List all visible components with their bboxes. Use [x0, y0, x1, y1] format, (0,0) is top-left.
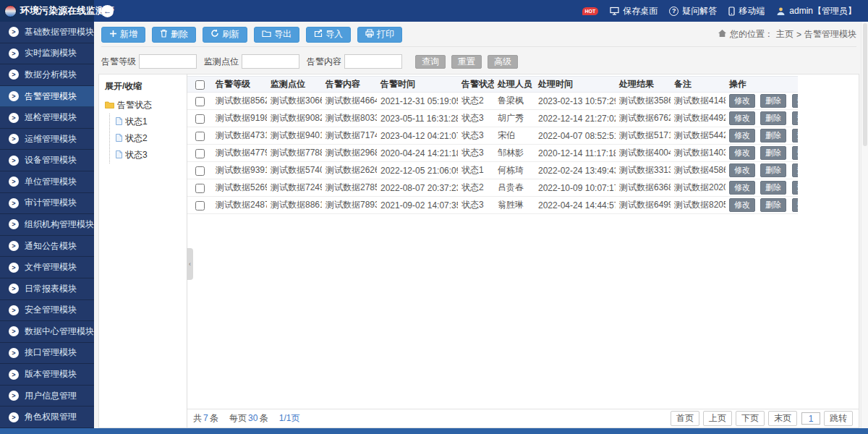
row-checkbox[interactable]	[195, 166, 205, 176]
sidebar-item[interactable]: > 运维管理模块	[0, 129, 94, 150]
arrow-circle-icon: >	[9, 91, 19, 101]
cell-handle-result: 测试数据3586	[616, 93, 671, 110]
row-view-button[interactable]: 查看	[792, 146, 798, 160]
row-delete-button[interactable]: 删除	[760, 94, 786, 108]
row-view-button[interactable]: 查看	[792, 163, 798, 177]
reset-button[interactable]: 重置	[451, 55, 482, 69]
import-button[interactable]: 导入	[306, 27, 351, 43]
row-delete-button[interactable]: 删除	[760, 146, 786, 160]
page-jump-button[interactable]: 跳转	[824, 411, 853, 426]
tree-status-node[interactable]: 状态1	[110, 114, 184, 130]
row-view-button[interactable]: 查看	[792, 198, 798, 212]
sidebar-item[interactable]: > 安全管理模块	[0, 300, 94, 322]
sidebar-item[interactable]: > 基础数据管理模块	[0, 22, 94, 43]
delete-button[interactable]: 删除	[152, 27, 196, 43]
query-button[interactable]: 查询	[415, 55, 446, 69]
sidebar-item[interactable]: > 日常报表模块	[0, 278, 94, 300]
sidebar-item[interactable]: > 接口管理模块	[0, 343, 94, 365]
prev-page-button[interactable]: 上页	[703, 411, 732, 426]
sidebar-item[interactable]: > 巡检管理模块	[0, 107, 94, 129]
column-header: 告警时间	[377, 77, 458, 93]
row-checkbox[interactable]	[195, 184, 205, 193]
print-button[interactable]: 打印	[357, 27, 402, 43]
sidebar-item-label: 巡检管理模块	[25, 111, 77, 124]
sidebar-item[interactable]: > 角色权限管理	[0, 407, 94, 428]
tree-collapse-handle[interactable]: ‹	[187, 248, 193, 280]
import-icon	[314, 29, 323, 40]
first-page-button[interactable]: 首页	[671, 411, 699, 426]
row-edit-button[interactable]: 修改	[729, 111, 755, 125]
select-all-checkbox[interactable]	[195, 80, 205, 90]
tree-expand-collapse-toggle[interactable]: 展开/收缩	[102, 79, 184, 97]
row-delete-button[interactable]: 删除	[760, 163, 786, 177]
tree-status-node[interactable]: 状态2	[110, 130, 184, 147]
alarm-level-input[interactable]	[139, 54, 197, 69]
add-button[interactable]: 新增	[101, 27, 145, 43]
sidebar-item[interactable]: > 数据分析模块	[0, 64, 94, 86]
sidebar-item[interactable]: > 数据中心管理模块	[0, 321, 94, 343]
sidebar-item[interactable]: > 实时监测模块	[0, 43, 94, 65]
row-view-button[interactable]: 查看	[792, 111, 798, 125]
arrow-circle-icon: >	[9, 27, 19, 37]
row-edit-button[interactable]: 修改	[729, 94, 755, 108]
export-button[interactable]: 导出	[254, 27, 299, 43]
advanced-button[interactable]: 高级	[488, 55, 518, 69]
row-checkbox[interactable]	[195, 132, 205, 141]
alarm-level-label: 告警等级	[101, 56, 136, 68]
row-edit-button[interactable]: 修改	[729, 146, 755, 160]
row-checkbox[interactable]	[195, 149, 205, 158]
row-edit-button[interactable]: 修改	[729, 163, 755, 177]
sidebar-item[interactable]: > 告警管理模块	[0, 86, 94, 108]
row-view-button[interactable]: 查看	[792, 129, 798, 142]
row-delete-button[interactable]: 删除	[760, 129, 786, 142]
save-desktop-button[interactable]: 保存桌面	[610, 5, 658, 17]
cell-alarm-status: 状态3	[458, 145, 494, 162]
scrollbar-thumb[interactable]	[863, 23, 867, 146]
cell-alarm-level: 测试数据2487	[212, 197, 267, 214]
next-page-button[interactable]: 下页	[736, 411, 765, 426]
tree-root-node[interactable]: 告警状态	[102, 97, 184, 114]
monitor-point-label: 监测点位	[204, 56, 239, 68]
user-label: admin【管理员】	[789, 5, 856, 17]
phone-icon	[728, 7, 735, 16]
save-desktop-label: 保存桌面	[623, 5, 658, 17]
sidebar-item[interactable]: > 组织机构管理模块	[0, 214, 94, 236]
cell-remark: 测试数据1403	[671, 145, 726, 162]
back-icon[interactable]: ←	[101, 5, 114, 17]
monitor-point-input[interactable]	[242, 54, 299, 69]
tree-status-node[interactable]: 状态3	[110, 147, 184, 163]
row-delete-button[interactable]: 删除	[760, 111, 786, 125]
refresh-button[interactable]: 刷新	[203, 27, 247, 43]
sidebar-item[interactable]: > 设备管理模块	[0, 150, 94, 171]
last-page-button[interactable]: 末页	[768, 411, 797, 426]
row-checkbox[interactable]	[195, 114, 205, 124]
row-view-button[interactable]: 查看	[792, 94, 798, 108]
row-checkbox[interactable]	[195, 97, 205, 106]
sidebar-item[interactable]: > 文件管理模块	[0, 257, 94, 278]
row-edit-button[interactable]: 修改	[729, 198, 755, 212]
row-edit-button[interactable]: 修改	[729, 129, 755, 142]
breadcrumb-home[interactable]: 主页	[776, 28, 793, 41]
alarm-content-input[interactable]	[344, 54, 402, 69]
sidebar-item[interactable]: > 单位管理模块	[0, 171, 94, 193]
sidebar-item[interactable]: > 通知公告模块	[0, 236, 94, 258]
user-menu[interactable]: admin【管理员】	[776, 5, 856, 17]
sidebar-item[interactable]: > 版本管理模块	[0, 364, 94, 386]
row-delete-button[interactable]: 删除	[760, 198, 786, 212]
mobile-button[interactable]: 移动端	[728, 5, 765, 17]
qa-button[interactable]: ? 疑问解答	[669, 5, 717, 17]
file-icon	[116, 134, 122, 144]
cell-alarm-time: 2022-12-05 21:06:09	[377, 162, 458, 179]
scrollbar-track[interactable]	[861, 22, 868, 428]
column-header: 告警状态	[458, 77, 494, 93]
app-header: 环境污染源在线监测管 ← HOT 保存桌面 ? 疑问解答 移动端 admin【管…	[0, 0, 868, 22]
row-view-button[interactable]: 查看	[792, 181, 798, 195]
row-checkbox[interactable]	[195, 201, 205, 210]
sidebar-item[interactable]: > 审计管理模块	[0, 193, 94, 215]
row-edit-button[interactable]: 修改	[729, 181, 755, 195]
sidebar-item-label: 角色权限管理	[25, 411, 77, 423]
page-jump-input[interactable]	[801, 412, 820, 425]
row-delete-button[interactable]: 删除	[760, 181, 786, 195]
cell-alarm-status: 状态3	[458, 197, 494, 214]
sidebar-item[interactable]: > 用户信息管理	[0, 386, 94, 407]
